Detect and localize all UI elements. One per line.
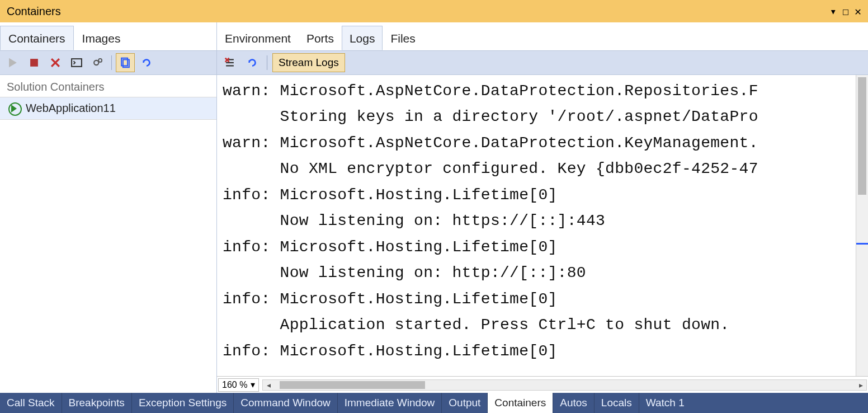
svg-rect-1 [30, 59, 38, 67]
terminal-icon [70, 57, 83, 69]
footer-tab-output[interactable]: Output [441, 393, 487, 413]
chevron-down-icon: ▾ [251, 379, 255, 390]
stop-icon [28, 57, 40, 69]
footer-tab-immediate-window[interactable]: Immediate Window [337, 393, 442, 413]
tab-environment[interactable]: Environment [217, 26, 299, 50]
log-viewport: warn: Microsoft.AspNetCore.DataProtectio… [217, 75, 868, 376]
scroll-left-icon[interactable]: ◂ [263, 380, 274, 390]
svg-point-6 [98, 59, 102, 62]
scrollbar-thumb[interactable] [280, 381, 425, 389]
container-item-label: WebApplication11 [26, 102, 116, 115]
footer-tab-label: Command Window [240, 397, 331, 409]
horizontal-scrollbar[interactable]: ◂ ▸ [262, 379, 867, 391]
footer-tab-locals[interactable]: Locals [594, 393, 639, 413]
window-maximize-icon[interactable]: ☐ [842, 4, 849, 18]
clear-icon [224, 57, 236, 69]
refresh-button[interactable] [137, 53, 156, 72]
toolbar-separator [267, 55, 267, 70]
svg-rect-4 [72, 59, 82, 67]
footer-tab-watch-1[interactable]: Watch 1 [639, 393, 691, 413]
tab-containers[interactable]: Containers [0, 26, 74, 50]
tab-label: Images [82, 32, 121, 45]
tool-window-tabs: Call StackBreakpointsException SettingsC… [0, 393, 868, 413]
delete-icon [49, 57, 62, 69]
footer-tab-autos[interactable]: Autos [553, 393, 594, 413]
footer-tab-label: Watch 1 [646, 397, 685, 409]
gear-icon [92, 57, 104, 69]
main-area: Containers Images [0, 22, 868, 393]
scrollbar-thumb[interactable] [858, 77, 866, 195]
play-icon [7, 57, 19, 69]
refresh-icon [246, 57, 258, 69]
footer-tab-command-window[interactable]: Command Window [233, 393, 337, 413]
footer-tab-label: Autos [560, 397, 587, 409]
stop-button[interactable] [25, 53, 44, 72]
footer-tab-label: Exception Settings [139, 397, 227, 409]
footer-tab-exception-settings[interactable]: Exception Settings [131, 393, 233, 413]
solution-containers-header: Solution Containers [0, 75, 216, 97]
tab-label: Files [390, 32, 415, 45]
left-toolbar [0, 50, 216, 75]
copy-button[interactable] [116, 53, 135, 72]
svg-marker-0 [9, 58, 17, 68]
right-panel: Environment Ports Logs Files Stream Logs [217, 22, 868, 393]
editor-bottom-bar: 160 % ▾ ◂ ▸ [217, 376, 868, 393]
tab-files[interactable]: Files [383, 26, 423, 50]
container-item[interactable]: WebApplication11 [0, 97, 216, 120]
zoom-value: 160 % [222, 380, 247, 390]
footer-tab-label: Immediate Window [345, 397, 435, 409]
footer-tab-label: Locals [601, 397, 632, 409]
zoom-selector[interactable]: 160 % ▾ [218, 378, 259, 392]
tab-label: Containers [8, 32, 65, 45]
scrollbar-marker [856, 243, 868, 245]
window-title: Containers [7, 5, 61, 18]
terminal-button[interactable] [67, 53, 86, 72]
toolbar-separator [111, 55, 112, 70]
refresh-logs-button[interactable] [243, 53, 262, 72]
delete-button[interactable] [46, 53, 65, 72]
stream-logs-label: Stream Logs [279, 57, 339, 68]
detail-tabs: Environment Ports Logs Files [217, 22, 868, 50]
scroll-right-icon[interactable]: ▸ [855, 380, 866, 390]
window-dropdown-icon[interactable]: ▾ [830, 4, 837, 18]
copy-icon [119, 57, 131, 69]
settings-button[interactable] [88, 53, 107, 72]
footer-tab-call-stack[interactable]: Call Stack [0, 393, 62, 413]
footer-tab-label: Call Stack [7, 397, 55, 409]
container-running-icon [7, 105, 21, 112]
logs-toolbar: Stream Logs [217, 50, 868, 75]
tab-logs[interactable]: Logs [342, 26, 383, 50]
footer-tab-label: Output [449, 397, 480, 409]
tab-label: Logs [350, 32, 375, 45]
tab-label: Environment [225, 32, 291, 45]
window-close-icon[interactable]: ✕ [855, 4, 861, 18]
left-tabs: Containers Images [0, 22, 216, 50]
footer-tab-label: Breakpoints [69, 397, 125, 409]
tab-ports[interactable]: Ports [299, 26, 342, 50]
svg-point-5 [94, 60, 98, 65]
tab-images[interactable]: Images [74, 26, 129, 50]
stream-logs-button[interactable]: Stream Logs [272, 53, 345, 72]
containers-list: WebApplication11 [0, 97, 216, 393]
footer-tab-breakpoints[interactable]: Breakpoints [62, 393, 131, 413]
log-content[interactable]: warn: Microsoft.AspNetCore.DataProtectio… [217, 75, 856, 376]
left-panel: Containers Images [0, 22, 217, 393]
footer-tab-label: Containers [494, 397, 546, 409]
refresh-icon [140, 57, 153, 69]
tab-label: Ports [306, 32, 334, 45]
window-controls: ▾ ☐ ✕ [830, 4, 861, 18]
window-titlebar: Containers ▾ ☐ ✕ [0, 0, 868, 22]
play-button[interactable] [3, 53, 22, 72]
footer-tab-containers[interactable]: Containers [487, 393, 553, 413]
vertical-scrollbar[interactable] [856, 75, 868, 376]
clear-logs-button[interactable] [220, 53, 239, 72]
